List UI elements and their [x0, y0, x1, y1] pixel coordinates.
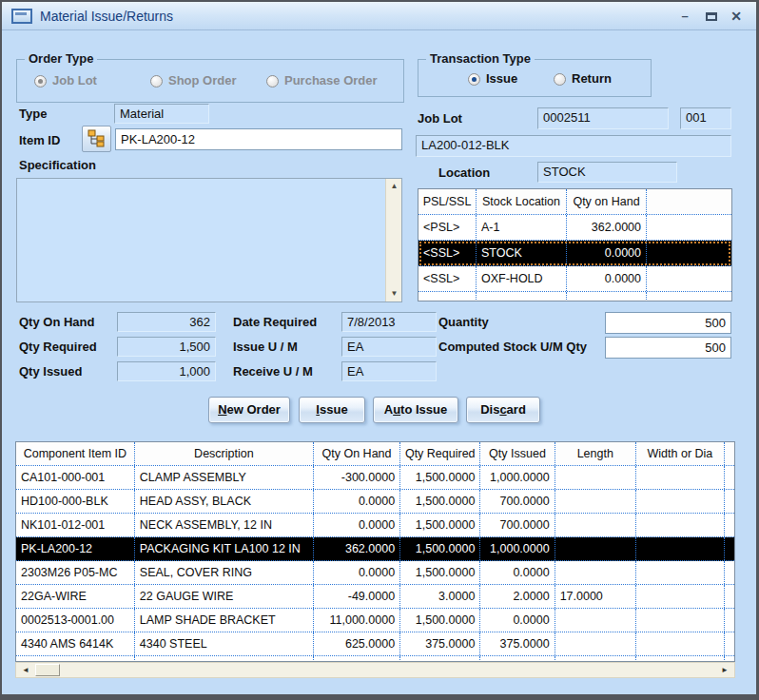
radio-job-lot-icon: [34, 75, 47, 88]
type-field: Material: [114, 104, 209, 124]
maximize-button[interactable]: [699, 2, 724, 30]
col-qty-on-hand: Qty On Hand: [314, 442, 400, 465]
transaction-type-group: Transaction Type Issue Return: [418, 59, 652, 97]
qty-on-hand-field: 362: [117, 312, 216, 332]
qty-issued-field: 1,000: [117, 361, 216, 381]
stock-row-ssl-oxfhold[interactable]: <SSL> OXF-HOLD 0.0000: [418, 266, 731, 292]
receive-um-label: Receive U / M: [233, 364, 313, 379]
component-row-nk101[interactable]: NK101-012-001 NECK ASSEMBLY, 12 IN 0.000…: [16, 514, 734, 537]
quantity-input[interactable]: [605, 312, 731, 334]
radio-return-icon: [554, 73, 566, 86]
quantity-label: Quantity: [438, 315, 489, 329]
radio-job-lot-label: Job Lot: [52, 73, 97, 88]
component-row-2303m26[interactable]: 2303M26 P05-MC SEAL, COVER RING 0.0000 1…: [16, 561, 734, 585]
item-id-input[interactable]: [115, 128, 402, 150]
scroll-right-icon[interactable]: ►: [717, 663, 732, 677]
col-length: Length: [555, 442, 636, 465]
component-row-pkla200-selected[interactable]: PK-LA200-12 PACKAGING KIT LA100 12 IN 36…: [16, 537, 734, 561]
col-filler: [725, 442, 734, 465]
component-row-22ga-wire[interactable]: 22GA-WIRE 22 GAUGE WIRE -49.0000 3.0000 …: [16, 585, 734, 609]
location-field: STOCK: [537, 162, 677, 183]
col-qty-required: Qty Required: [400, 442, 480, 465]
order-type-group: Order Type Job Lot Shop Order Purchase O…: [16, 59, 404, 103]
component-row-0002513[interactable]: 0002513-0001.00 LAMP SHADE BRACKET 11,00…: [16, 609, 734, 632]
computed-qty-input[interactable]: [605, 337, 731, 359]
discard-button[interactable]: Discard: [466, 397, 540, 423]
close-button[interactable]: ✕: [724, 2, 749, 30]
col-description: Description: [135, 442, 314, 465]
date-required-label: Date Required: [233, 315, 317, 329]
item-lookup-button[interactable]: [82, 126, 111, 152]
type-label: Type: [19, 107, 47, 121]
specification-label: Specification: [19, 158, 96, 172]
maximize-icon: [706, 12, 717, 21]
stock-row-psl-a1[interactable]: <PSL> A-1 362.0000: [418, 215, 731, 241]
col-component-item-id: Component Item ID: [16, 442, 135, 465]
col-stock-location: Stock Location: [477, 189, 567, 214]
form-window-icon: [11, 9, 32, 24]
stock-row-empty: [418, 292, 731, 301]
qty-required-field: 1,500: [117, 337, 216, 357]
qty-required-label: Qty Required: [19, 340, 97, 354]
radio-issue-label: Issue: [486, 71, 517, 86]
radio-purchase-order-label: Purchase Order: [284, 73, 378, 88]
job-lot-release-field: 001: [680, 107, 731, 129]
radio-issue-icon: [468, 73, 480, 86]
component-row-ca101[interactable]: CA101-000-001 CLAMP ASSEMBLY -300.0000 1…: [16, 466, 734, 490]
specification-textarea[interactable]: ▲ ▼: [16, 178, 402, 302]
date-required-field: 7/8/2013: [341, 312, 437, 332]
specification-scrollbar[interactable]: ▲ ▼: [385, 179, 401, 301]
component-table-hscrollbar[interactable]: ◄ ►: [15, 662, 735, 678]
component-row-hd100[interactable]: HD100-000-BLK HEAD ASSY, BLACK 0.0000 1,…: [16, 490, 734, 514]
bom-tree-icon: [88, 129, 106, 147]
component-table: Component Item ID Description Qty On Han…: [15, 441, 735, 662]
radio-shop-order: Shop Order: [150, 72, 237, 89]
job-lot-item-field: LA200-012-BLK: [416, 135, 731, 157]
radio-shop-order-icon: [150, 75, 163, 88]
job-lot-number-field: 0002511: [537, 107, 669, 129]
radio-shop-order-label: Shop Order: [168, 73, 237, 88]
issue-um-field: EA: [341, 337, 437, 357]
transaction-type-legend: Transaction Type: [426, 51, 535, 66]
col-width-or-dia: Width or Dia: [636, 442, 725, 465]
radio-issue[interactable]: Issue: [468, 70, 517, 88]
stock-table-header: PSL/SSL Stock Location Qty on Hand: [418, 189, 731, 215]
hscroll-thumb[interactable]: [35, 664, 60, 676]
scroll-down-icon[interactable]: ▼: [386, 286, 402, 301]
order-type-legend: Order Type: [25, 51, 97, 66]
new-order-button[interactable]: New Order: [208, 397, 290, 423]
col-filler: [647, 189, 731, 214]
computed-qty-label: Computed Stock U/M Qty: [438, 340, 587, 354]
issue-um-label: Issue U / M: [233, 340, 298, 354]
auto-issue-button[interactable]: Auto Issue: [373, 397, 458, 423]
qty-on-hand-label: Qty On Hand: [19, 315, 94, 329]
item-id-label: Item ID: [19, 133, 60, 147]
receive-um-field: EA: [341, 361, 437, 381]
radio-return[interactable]: Return: [554, 70, 612, 88]
location-label: Location: [438, 165, 490, 180]
radio-return-label: Return: [572, 71, 612, 86]
window-title: Material Issue/Returns: [40, 2, 173, 30]
radio-purchase-order: Purchase Order: [266, 72, 378, 89]
scroll-left-icon[interactable]: ◄: [18, 663, 33, 677]
scroll-up-icon[interactable]: ▲: [386, 179, 402, 194]
job-lot-label: Job Lot: [418, 111, 462, 126]
stock-row-ssl-stock[interactable]: <SSL> STOCK 0.0000: [418, 241, 731, 266]
col-qty-issued: Qty Issued: [480, 442, 555, 465]
material-issue-returns-window: Material Issue/Returns – ✕ Order Type Jo…: [0, 0, 759, 700]
radio-job-lot: Job Lot: [34, 72, 97, 89]
col-psl-ssl: PSL/SSL: [418, 189, 477, 214]
component-row-4340[interactable]: 4340 AMS 6414K 4340 STEEL 625.0000 375.0…: [16, 632, 734, 656]
title-bar: Material Issue/Returns – ✕: [2, 2, 756, 30]
col-qty-on-hand: Qty on Hand: [567, 189, 647, 214]
issue-button[interactable]: Issue: [299, 397, 365, 423]
component-table-header: Component Item ID Description Qty On Han…: [16, 442, 734, 466]
radio-purchase-order-icon: [266, 75, 279, 88]
stock-location-table: PSL/SSL Stock Location Qty on Hand <PSL>…: [418, 188, 732, 301]
qty-issued-label: Qty Issued: [19, 364, 82, 379]
minimize-button[interactable]: –: [672, 2, 697, 30]
